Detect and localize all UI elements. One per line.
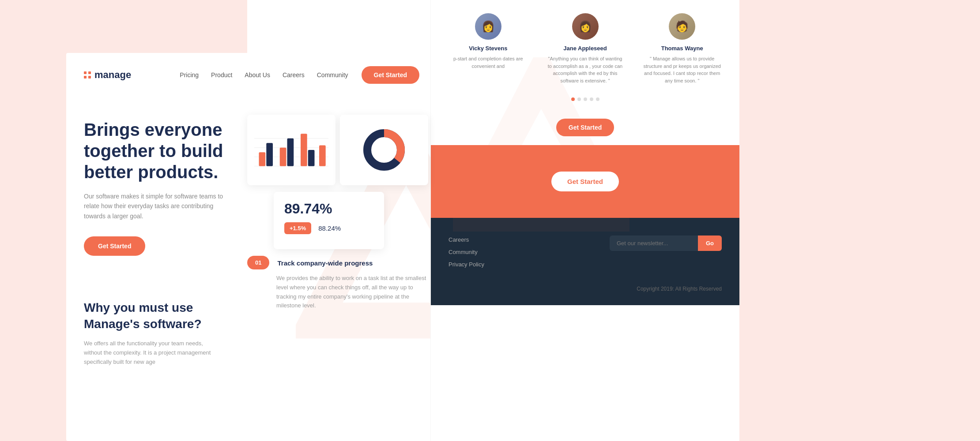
donut-chart-card bbox=[340, 115, 428, 185]
avatar-jane: 👩 bbox=[572, 13, 599, 40]
hero-cta-button[interactable]: Get Started bbox=[84, 236, 145, 256]
avatar-vicky: 👩 bbox=[475, 13, 501, 40]
hero-title: Brings everyone together to build better… bbox=[84, 119, 260, 183]
svg-rect-4 bbox=[259, 152, 266, 166]
footer-copyright: Copyright 2019: All Rights Reserved bbox=[449, 286, 722, 292]
svg-rect-9 bbox=[308, 150, 315, 166]
nav-careers[interactable]: Careers bbox=[283, 71, 305, 78]
svg-rect-7 bbox=[287, 138, 294, 166]
why-title: Why you must use Manage's software? bbox=[84, 300, 207, 332]
svg-rect-5 bbox=[266, 143, 273, 166]
footer-newsletter: Go bbox=[610, 235, 722, 251]
testimonial-thomas: 🧑 Thomas Wayne " Manage allows us to pro… bbox=[638, 13, 726, 84]
svg-point-13 bbox=[373, 138, 396, 161]
nav-pricing[interactable]: Pricing bbox=[180, 71, 199, 78]
panel-cta-button[interactable]: Get Started bbox=[556, 119, 614, 136]
avatar-face-jane: 👩 bbox=[572, 13, 599, 40]
stat-secondary: 88.24% bbox=[318, 224, 341, 232]
logo-text: manage bbox=[94, 69, 131, 81]
logo-link[interactable]: manage bbox=[84, 69, 131, 81]
hero-subtitle: Our software makes it simple for softwar… bbox=[84, 191, 225, 221]
svg-rect-8 bbox=[301, 134, 307, 166]
get-started-banner: Get Started bbox=[431, 145, 739, 218]
bg-right-decoration bbox=[733, 0, 980, 441]
feature-desc-1: We provides the ability to work on a tas… bbox=[276, 274, 433, 310]
stat-row: +1.5% 88.24% bbox=[284, 222, 373, 234]
logo-dots bbox=[84, 71, 91, 78]
testimonial-name-vicky: Vicky Stevens bbox=[449, 45, 528, 52]
logo-dot-2 bbox=[88, 71, 91, 74]
testimonial-name-thomas: Thomas Wayne bbox=[642, 45, 722, 52]
stat-badge: +1.5% bbox=[284, 222, 311, 234]
footer-content: Careers Community Privacy Policy Go bbox=[449, 235, 722, 273]
logo-dot-4 bbox=[88, 76, 91, 78]
svg-rect-6 bbox=[280, 148, 286, 166]
testimonial-name-jane: Jane Appleseed bbox=[546, 45, 625, 52]
avatar-face-vicky: 👩 bbox=[475, 13, 501, 40]
newsletter-input[interactable] bbox=[610, 235, 698, 251]
big-stat: 89.74% bbox=[284, 201, 373, 217]
logo-dot-1 bbox=[84, 71, 87, 74]
testimonial-quote-thomas: " Manage allows us to provide structure … bbox=[642, 55, 722, 84]
nav-product[interactable]: Product bbox=[211, 71, 232, 78]
donut-chart-svg bbox=[362, 128, 406, 172]
hero-charts: 89.74% +1.5% 88.24% bbox=[247, 115, 459, 273]
navbar: manage Pricing Product About Us Careers … bbox=[66, 53, 437, 97]
nav-community[interactable]: Community bbox=[317, 71, 348, 78]
bar-chart-svg bbox=[254, 122, 328, 178]
avatar-thomas: 🧑 bbox=[669, 13, 695, 40]
logo-dot-3 bbox=[84, 76, 87, 78]
bar-chart-card bbox=[247, 115, 335, 185]
newsletter-button[interactable]: Go bbox=[698, 235, 722, 251]
svg-rect-10 bbox=[319, 146, 326, 166]
nav-about[interactable]: About Us bbox=[245, 71, 270, 78]
right-panel: 👩 Vicky Stevens p-start and completion d… bbox=[430, 0, 739, 441]
nav-cta-button[interactable]: Get Started bbox=[362, 66, 419, 84]
avatar-face-thomas: 🧑 bbox=[669, 13, 695, 40]
nav-links: Pricing Product About Us Careers Communi… bbox=[180, 71, 348, 79]
get-started-banner-button[interactable]: Get Started bbox=[551, 172, 619, 191]
why-subtitle: We offers all the functionality your tea… bbox=[84, 339, 216, 366]
stats-card: 89.74% +1.5% 88.24% bbox=[274, 192, 384, 249]
